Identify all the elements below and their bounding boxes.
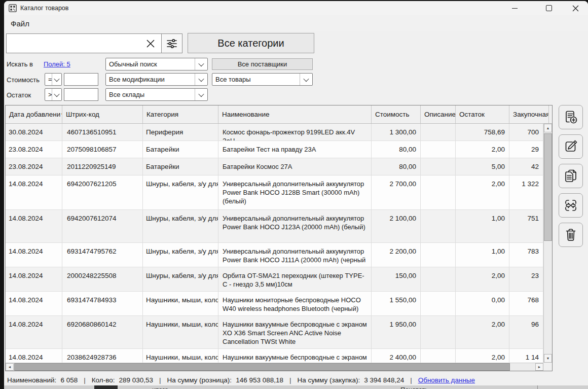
add-item-button[interactable] (559, 105, 583, 129)
delete-item-button[interactable] (559, 223, 583, 247)
modifications-combobox[interactable]: Все модификации (105, 73, 208, 86)
search-filter-button[interactable] (161, 34, 182, 53)
warehouses-combobox[interactable]: Все склады (105, 88, 208, 101)
search-input[interactable] (7, 34, 140, 53)
cell-cost: 2 200,00 (372, 243, 421, 267)
chevron-down-icon (195, 74, 207, 85)
search-in-label: Искать в (7, 60, 33, 68)
cell-cost: 1 300,00 (372, 124, 421, 140)
cell-category: Батарейки (143, 158, 218, 175)
cell-category: Наушники, мыши, колонк (143, 349, 218, 363)
cell-date: 14.08.2024 (6, 316, 62, 348)
close-icon (572, 5, 579, 12)
barcode-app-icon (9, 4, 17, 12)
cell-barcode: 6920680860142 (62, 316, 143, 348)
separator: | (410, 376, 412, 384)
chevron-down-icon (52, 74, 61, 85)
column-header-category[interactable]: Категория (143, 105, 218, 123)
table-row[interactable]: 14.08.20242038624928736Наушники, мыши, к… (6, 349, 543, 363)
scroll-up-arrow[interactable]: ▲ (544, 124, 552, 132)
search-type-combobox[interactable]: Обычный поиск (105, 58, 208, 70)
cell-name: Универсальный дополнительный аккумулятор… (218, 175, 372, 209)
column-header-stock[interactable]: Остаток (456, 105, 509, 123)
copy-documents-icon (563, 168, 579, 184)
cell-category: Шнуры, кабеля, з/у для те (143, 267, 218, 291)
cell-description (421, 292, 456, 315)
all-categories-button[interactable]: Все категории (188, 33, 314, 53)
cell-date: 14.08.2024 (6, 292, 62, 315)
sliders-icon (166, 38, 178, 50)
column-header-name[interactable]: Наименование (218, 105, 372, 123)
cost-label: Стоимость (7, 76, 40, 84)
table-row[interactable]: 30.08.20244607136510951ПериферияКосмос ф… (6, 124, 543, 141)
cost-operator-combobox[interactable]: = (45, 73, 62, 86)
column-header-barcode[interactable]: Штрих-код (62, 105, 143, 123)
column-header-cost[interactable]: Стоимость (372, 105, 421, 123)
cell-description (421, 316, 456, 348)
edit-pencil-icon (563, 138, 579, 155)
separator: | (159, 376, 161, 384)
table-row[interactable]: 14.08.20242000248225508Шнуры, кабеля, з/… (6, 267, 543, 292)
warehouses-value: Все склады (106, 91, 144, 98)
edit-item-button[interactable] (559, 134, 583, 159)
fields-link[interactable]: Полей: 5 (44, 60, 70, 68)
cell-description (421, 158, 456, 175)
minimize-button[interactable] (503, 1, 526, 15)
clear-search-button[interactable] (140, 34, 161, 53)
goods-combobox[interactable]: Все товары (212, 73, 313, 86)
vertical-scrollbar[interactable]: ▲ ▼ (543, 124, 552, 363)
menu-file[interactable]: Файл (8, 18, 32, 29)
horizontal-scroll-thumb[interactable] (14, 363, 510, 371)
retail-sum-value: 146 953 088,18 (236, 376, 283, 384)
trash-icon (563, 227, 579, 243)
cell-name: Наушники мониторные беспроводные HOCO W4… (218, 292, 372, 315)
search-type-value: Обычный поиск (106, 60, 157, 68)
cell-category: Наушники, мыши, колонк (143, 316, 218, 348)
quantity-value: 289 030,53 (119, 376, 153, 384)
horizontal-scrollbar[interactable]: ◄ ► (6, 363, 543, 371)
quantity-label: Кол-во: (92, 376, 115, 384)
table-row[interactable]: 23.08.20242075098106857БатарейкиБатарейк… (6, 141, 543, 158)
background-window-divider (537, 385, 538, 389)
merge-arrows-icon (563, 197, 579, 214)
stock-value-input[interactable] (64, 88, 98, 101)
cell-name: Батарейки Космос 27А (218, 158, 372, 175)
refresh-data-link[interactable]: Обновить данные (418, 376, 475, 384)
maximize-button[interactable] (537, 1, 561, 15)
table-row[interactable]: 14.08.20246942007612074Шнуры, кабеля, з/… (6, 210, 543, 243)
table-row[interactable]: 14.08.20246931474784933Наушники, мыши, к… (6, 292, 543, 316)
cost-value-input[interactable] (64, 73, 98, 86)
all-suppliers-button[interactable]: Все поставщики (212, 58, 313, 70)
vertical-scroll-thumb[interactable] (544, 133, 552, 241)
table-row[interactable]: 23.08.20242011220925149БатарейкиБатарейк… (6, 158, 543, 175)
app-window: Каталог товаров Файл (4, 1, 588, 385)
column-header-description[interactable]: Описание (421, 105, 456, 123)
cell-purchase: 23 (509, 267, 543, 291)
table-row[interactable]: 14.08.20246931474795762Шнуры, кабеля, з/… (6, 243, 543, 267)
column-header-purchase[interactable]: Закупочная (509, 105, 549, 123)
cell-description (421, 124, 456, 140)
merge-items-button[interactable] (559, 193, 583, 218)
cell-cost: 80,00 (372, 158, 421, 175)
chevron-down-icon (195, 58, 207, 70)
close-button[interactable] (564, 1, 587, 15)
cell-description (421, 267, 456, 291)
scroll-down-arrow[interactable]: ▼ (544, 354, 552, 363)
copy-item-button[interactable] (559, 164, 583, 188)
stock-label: Остаток (7, 91, 31, 99)
stock-operator-combobox[interactable]: > (45, 88, 62, 101)
scroll-right-arrow[interactable]: ► (535, 363, 543, 371)
cell-cost: 150,00 (372, 267, 421, 291)
cell-category: Наушники, мыши, колонк (143, 292, 218, 315)
names-count-value: 6 058 (60, 376, 78, 384)
column-header-date[interactable]: Дата добавлени▼ (6, 105, 62, 123)
window-title: Каталог товаров (20, 5, 68, 12)
cell-barcode: 6942007621205 (62, 175, 143, 209)
cell-barcode: 2000248225508 (62, 267, 143, 291)
cell-stock: 2,00 (456, 349, 509, 363)
cell-name: Универсальный дополнительный аккумулятор… (218, 243, 372, 267)
scroll-left-arrow[interactable]: ◄ (6, 363, 14, 371)
cell-purchase: 783 (509, 243, 543, 267)
table-row[interactable]: 14.08.20246942007621205Шнуры, кабеля, з/… (6, 175, 543, 210)
table-row[interactable]: 14.08.20246920680860142Наушники, мыши, к… (6, 316, 543, 349)
